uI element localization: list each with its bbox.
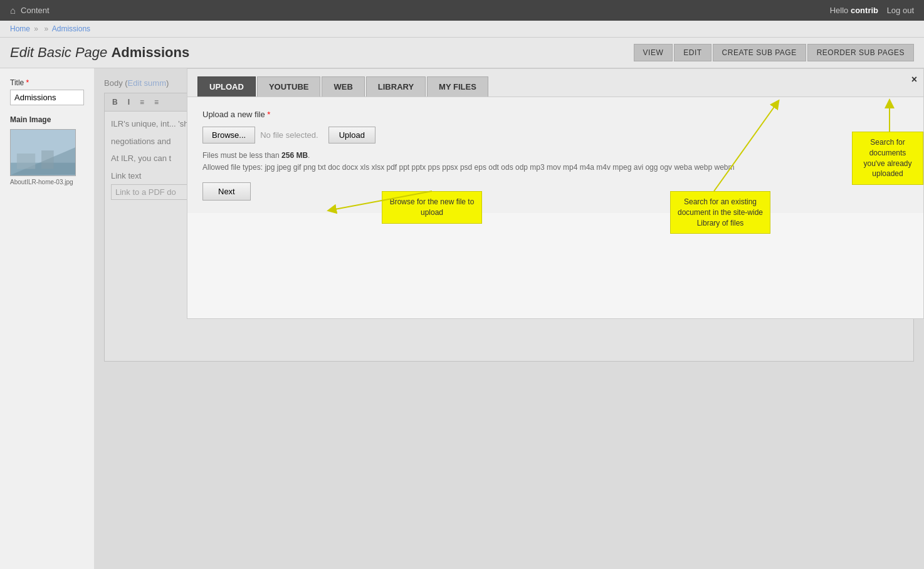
breadcrumb-sep2: » [44, 24, 48, 33]
tab-upload[interactable]: UPLOAD [197, 76, 256, 97]
page-title-prefix: Edit Basic Page [10, 44, 107, 60]
tab-youtube[interactable]: YOUTUBE [257, 76, 321, 97]
upload-row: Browse... No file selected. Upload [202, 127, 908, 144]
create-sub-page-button[interactable]: CREATE SUB PAGE [713, 44, 806, 61]
title-input[interactable] [10, 90, 84, 105]
home-icon[interactable]: ⌂ [10, 5, 16, 16]
tab-myfiles[interactable]: MY FILES [427, 76, 488, 97]
modal-tabs: UPLOAD YOUTUBE WEB LIBRARY MY FILES [187, 69, 923, 97]
view-button[interactable]: VIEW [634, 44, 673, 61]
upload-required: * [267, 110, 270, 119]
next-button[interactable]: Next [202, 182, 251, 201]
content-link[interactable]: Content [21, 6, 50, 15]
modal-dialog: × UPLOAD YOUTUBE WEB LIBRARY MY FILES Up… [187, 68, 924, 319]
thumb-filename: AboutILR-home-03.jpg [10, 179, 84, 185]
hello-text: Hello [830, 6, 849, 15]
breadcrumb-home[interactable]: Home [10, 24, 30, 33]
page-actions: VIEW EDIT CREATE SUB PAGE REORDER SUB PA… [634, 44, 914, 61]
upload-label: Upload a new file * [202, 110, 908, 119]
top-nav-right: Hello contrib Log out [830, 6, 914, 15]
file-size-constraint: Files must be less than 256 MB. [202, 150, 908, 162]
username: contrib [851, 6, 878, 15]
breadcrumb-admissions[interactable]: Admissions [52, 24, 90, 33]
modal-body: Upload a new file * Browse... No file se… [187, 97, 923, 213]
allowed-types-values: jpg jpeg gif png txt doc docx xls xlsx p… [265, 163, 734, 172]
main-image-label: Main Image [10, 115, 84, 124]
breadcrumb-sep1: » [34, 24, 38, 33]
file-info: Files must be less than 256 MB. Allowed … [202, 150, 908, 174]
left-sidebar: Title * Main Image AboutILR-home-03.jpg [0, 68, 94, 569]
thumb-image [11, 130, 75, 175]
reorder-sub-pages-button[interactable]: REORDER SUB PAGES [807, 44, 914, 61]
allowed-types-label: Allowed file types: [202, 163, 263, 172]
main-image-thumbnail[interactable] [10, 129, 76, 176]
file-selected-text: No file selected. [260, 130, 318, 140]
top-navigation: ⌂ Content Hello contrib Log out [0, 0, 924, 21]
upload-button[interactable]: Upload [328, 127, 375, 144]
page-title: Edit Basic Page Admissions [10, 44, 189, 61]
title-field-label: Title * [10, 78, 84, 87]
tab-library[interactable]: LIBRARY [366, 76, 426, 97]
top-nav-left: ⌂ Content [10, 5, 50, 16]
main-layout: Title * Main Image AboutILR-home-03.jpg … [0, 68, 924, 569]
title-required: * [26, 78, 29, 87]
edit-button[interactable]: EDIT [674, 44, 711, 61]
svg-rect-3 [17, 154, 35, 169]
page-title-name: Admissions [111, 44, 189, 60]
page-header: Edit Basic Page Admissions VIEW EDIT CRE… [0, 38, 924, 68]
modal-close-button[interactable]: × [911, 74, 917, 85]
file-size-value: 256 MB [281, 151, 308, 160]
svg-rect-4 [41, 150, 54, 169]
logout-link[interactable]: Log out [887, 6, 914, 15]
content-area: × UPLOAD YOUTUBE WEB LIBRARY MY FILES Up… [94, 68, 924, 569]
tab-web[interactable]: WEB [322, 76, 364, 97]
breadcrumb: Home » » Admissions [0, 21, 924, 38]
browse-button[interactable]: Browse... [202, 127, 255, 144]
allowed-file-types: Allowed file types: jpg jpeg gif png txt… [202, 162, 908, 174]
